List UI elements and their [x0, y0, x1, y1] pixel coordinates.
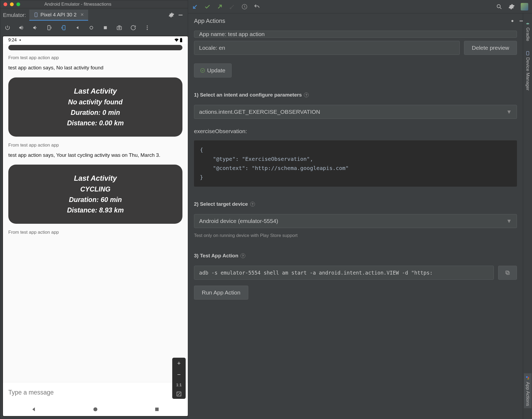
- svg-point-8: [147, 26, 148, 27]
- volume-down-icon[interactable]: [31, 23, 40, 32]
- history-icon[interactable]: [241, 3, 248, 10]
- gear-icon[interactable]: [167, 10, 176, 20]
- check-circle-icon: [200, 68, 205, 73]
- home-icon[interactable]: [87, 23, 96, 32]
- update-button[interactable]: Update: [194, 63, 232, 77]
- svg-point-25: [528, 377, 529, 378]
- device-dropdown[interactable]: Android device (emulator-5554) ▼: [194, 214, 517, 228]
- svg-rect-5: [104, 26, 107, 29]
- search-icon[interactable]: [496, 3, 502, 10]
- from-label: From test app action app: [8, 55, 182, 61]
- svg-point-7: [118, 27, 120, 29]
- android-navbar: [3, 403, 188, 416]
- expand-icon[interactable]: [176, 391, 182, 397]
- activity-card-1[interactable]: Last Activity No activity found Duration…: [8, 77, 182, 137]
- svg-rect-0: [35, 13, 37, 17]
- svg-rect-22: [506, 271, 508, 274]
- card-duration: Duration: 60 min: [14, 196, 177, 204]
- svg-point-4: [90, 26, 93, 29]
- svg-rect-2: [48, 26, 50, 30]
- svg-point-24: [526, 376, 528, 378]
- more-icon[interactable]: [143, 23, 152, 32]
- minimize-icon[interactable]: [176, 10, 185, 20]
- device-hint: Test only on running device with Play St…: [194, 233, 517, 238]
- device-manager-icon: [525, 51, 530, 56]
- titlebar: Android Emulator - fitnessactions: [0, 0, 188, 8]
- svg-rect-14: [155, 408, 159, 411]
- svg-point-20: [201, 69, 205, 73]
- panel-title: App Actions: [194, 17, 225, 24]
- emulator-tabbar: Emulator: Pixel 4 API 30 2 ✕: [0, 8, 188, 22]
- help-icon[interactable]: ?: [240, 253, 245, 258]
- assistant-response: test app action says, Your last cycling …: [8, 152, 182, 159]
- svg-rect-23: [526, 51, 529, 55]
- rotate-left-icon[interactable]: [45, 23, 54, 32]
- locale-field[interactable]: Locale: en: [194, 41, 460, 55]
- zoom-fit-button[interactable]: 1:1: [176, 382, 182, 387]
- nav-overview-icon[interactable]: [154, 406, 160, 412]
- window-title: Android Emulator - fitnessactions: [44, 2, 111, 7]
- card-duration: Duration: 0 min: [14, 109, 177, 116]
- ide-right-pane: App Actions App name: test app action Lo…: [188, 0, 532, 419]
- device-value: Android device (emulator-5554): [199, 218, 278, 224]
- card-distance: Distance: 0.00 km: [14, 119, 177, 127]
- volume-up-icon[interactable]: [17, 23, 26, 32]
- minimize-window-button[interactable]: [10, 2, 14, 6]
- arrow-down-left-icon[interactable]: [192, 3, 198, 10]
- step-3-label: 3) Test App Action ?: [194, 253, 517, 259]
- assistant-chat[interactable]: From test app action app test app action…: [3, 44, 188, 382]
- intent-value: actions.intent.GET_EXERCISE_OBSERVATION: [199, 109, 320, 115]
- arrow-up-right-icon[interactable]: [217, 3, 223, 10]
- svg-rect-11: [180, 38, 182, 42]
- nav-back-icon[interactable]: [31, 406, 37, 412]
- zoom-out-button[interactable]: −: [177, 371, 181, 378]
- card-status: No activity found: [14, 98, 177, 106]
- overview-icon[interactable]: [101, 23, 110, 32]
- card-distance: Distance: 8.93 km: [14, 206, 177, 214]
- gradle-icon: [525, 21, 530, 26]
- svg-rect-21: [507, 272, 509, 275]
- tab-device-manager[interactable]: Device Manager: [524, 49, 531, 93]
- power-icon[interactable]: [3, 23, 12, 32]
- param-label: exerciseObservation:: [194, 128, 517, 134]
- copy-icon: [505, 270, 510, 275]
- device-screen: 9:24 From test app action app test app a…: [2, 36, 188, 417]
- close-tab-icon[interactable]: ✕: [80, 12, 84, 17]
- statusbar-time: 9:24: [8, 38, 17, 42]
- record-icon[interactable]: [129, 23, 138, 32]
- commit-icon[interactable]: [229, 3, 235, 10]
- close-window-button[interactable]: [3, 2, 7, 6]
- ide-toolbar: [188, 0, 532, 13]
- tab-app-actions[interactable]: App Actions: [524, 373, 531, 408]
- from-label: From test app action app: [8, 230, 182, 235]
- zoom-in-button[interactable]: +: [177, 360, 181, 367]
- json-editor[interactable]: { "@type": "ExerciseObservation", "@cont…: [194, 140, 517, 187]
- adb-command-field[interactable]: adb -s emulator-5554 shell am start -a a…: [194, 266, 494, 280]
- help-icon[interactable]: ?: [250, 202, 255, 207]
- run-app-action-button[interactable]: Run App Action: [194, 286, 248, 300]
- assistant-response: test app action says, No last activity f…: [8, 64, 182, 72]
- chevron-down-icon: ▼: [506, 109, 512, 115]
- help-icon[interactable]: ?: [304, 93, 309, 97]
- check-icon[interactable]: [204, 3, 211, 10]
- zoom-control: + − 1:1: [172, 358, 186, 399]
- copy-button[interactable]: [498, 266, 517, 280]
- nav-home-icon[interactable]: [92, 406, 98, 412]
- user-avatar[interactable]: [521, 3, 528, 10]
- settings-icon[interactable]: [508, 3, 515, 10]
- rotate-right-icon[interactable]: [59, 23, 68, 32]
- message-input[interactable]: [8, 389, 182, 396]
- app-name-field[interactable]: App name: test app action: [194, 31, 517, 38]
- undo-icon[interactable]: [254, 3, 260, 10]
- card-title: Last Activity: [14, 174, 177, 183]
- panel-gear-icon[interactable]: [508, 16, 517, 26]
- emulator-tab[interactable]: Pixel 4 API 30 2 ✕: [29, 10, 88, 21]
- intent-dropdown[interactable]: actions.intent.GET_EXERCISE_OBSERVATION …: [194, 105, 517, 119]
- zoom-window-button[interactable]: [16, 2, 20, 6]
- svg-rect-3: [63, 26, 65, 30]
- tab-gradle[interactable]: Gradle: [524, 19, 531, 43]
- activity-card-2[interactable]: Last Activity CYCLING Duration: 60 min D…: [8, 165, 182, 224]
- back-icon[interactable]: [73, 23, 82, 32]
- screenshot-icon[interactable]: [115, 23, 124, 32]
- delete-preview-button[interactable]: Delete preview: [464, 41, 517, 55]
